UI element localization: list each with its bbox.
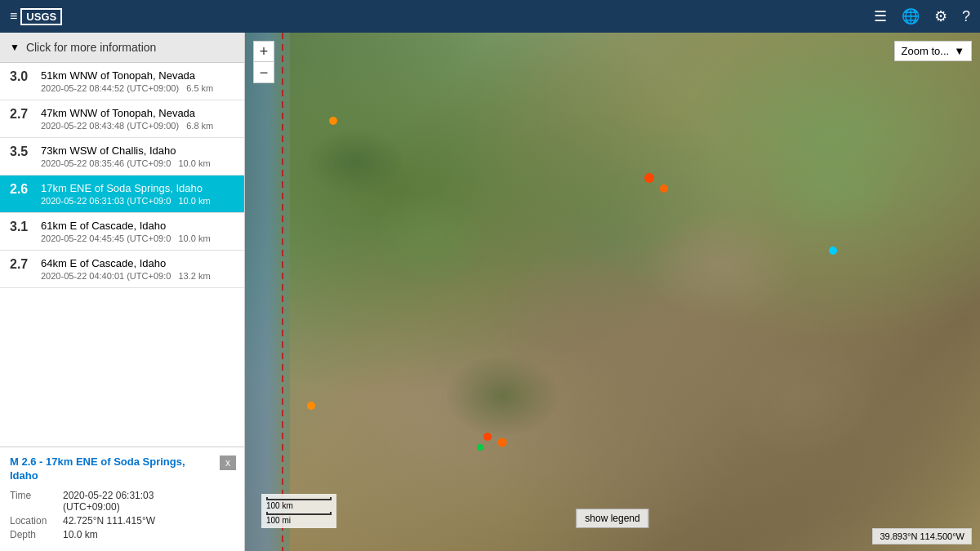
earthquake-info: 51km WNW of Tonopah, Nevada 2020-05-22 0…	[41, 69, 234, 93]
earthquake-magnitude: 2.6	[10, 182, 33, 197]
scale-line-mi	[266, 512, 332, 515]
earthquake-location: 17km ENE of Soda Springs, Idaho	[41, 182, 234, 194]
earthquake-magnitude: 3.0	[10, 69, 33, 84]
earthquake-magnitude: 3.5	[10, 144, 33, 159]
earthquake-info: 61km E of Cascade, Idaho 2020-05-22 04:4…	[41, 220, 234, 243]
header: ≡ USGS ☰ 🌐 ⚙ ?	[0, 0, 980, 33]
earthquake-info: 64km E of Cascade, Idaho 2020-05-22 04:4…	[41, 257, 234, 281]
earthquake-magnitude: 2.7	[10, 257, 33, 272]
earthquake-map-dot[interactable]	[829, 247, 837, 255]
earthquake-list-item[interactable]: 3.0 51km WNW of Tonopah, Nevada 2020-05-…	[0, 63, 244, 100]
earthquake-info: 47km WNW of Tonopah, Nevada 2020-05-22 0…	[41, 107, 234, 131]
depth-value: 10.0 km	[63, 529, 98, 540]
earthquake-list-item[interactable]: 2.7 47km WNW of Tonopah, Nevada 2020-05-…	[0, 100, 244, 138]
header-icons: ☰ 🌐 ⚙ ?	[874, 7, 970, 25]
earthquake-map-dot[interactable]	[477, 444, 483, 451]
time-label: Time	[10, 490, 55, 513]
earthquake-location: 61km E of Cascade, Idaho	[41, 220, 234, 232]
zoom-out-button[interactable]: −	[253, 62, 274, 83]
zoom-in-button[interactable]: +	[253, 41, 274, 62]
earthquake-info: 73km WSW of Challis, Idaho 2020-05-22 08…	[41, 144, 234, 168]
earthquake-list[interactable]: 3.0 51km WNW of Tonopah, Nevada 2020-05-…	[0, 63, 244, 447]
earthquake-details: 2020-05-22 04:40:01 (UTC+09:0 13.2 km	[41, 271, 234, 281]
earthquake-map-dot[interactable]	[660, 184, 668, 193]
earthquake-location: 73km WSW of Challis, Idaho	[41, 144, 234, 157]
earthquake-map-dot[interactable]	[644, 173, 654, 183]
zoom-dropdown[interactable]: Zoom to... ▼	[894, 41, 972, 61]
location-label: Location	[10, 515, 55, 527]
earthquake-details: 2020-05-22 04:45:45 (UTC+09:0 10.0 km	[41, 233, 234, 243]
earthquake-details: 2020-05-22 08:44:52 (UTC+09:00) 6.5 km	[41, 83, 234, 93]
earthquake-magnitude: 2.7	[10, 107, 33, 122]
info-time-row: Time 2020-05-22 06:31:03 (UTC+09:00)	[10, 490, 234, 513]
info-location-row: Location 42.725°N 111.415°W	[10, 515, 234, 527]
earthquake-info: 17km ENE of Soda Springs, Idaho 2020-05-…	[41, 182, 234, 206]
help-icon[interactable]: ?	[962, 8, 970, 25]
usgs-logo-text: USGS	[20, 8, 62, 25]
chevron-down-icon: ▼	[10, 42, 20, 53]
earthquake-list-item[interactable]: 3.5 73km WSW of Challis, Idaho 2020-05-2…	[0, 138, 244, 176]
time-value: 2020-05-22 06:31:03 (UTC+09:00)	[63, 490, 154, 513]
earthquake-map-dot[interactable]	[307, 402, 315, 410]
earthquake-list-item[interactable]: 2.6 17km ENE of Soda Springs, Idaho 2020…	[0, 176, 244, 213]
earthquake-map-dot[interactable]	[483, 433, 492, 441]
earthquake-details: 2020-05-22 06:31:03 (UTC+09:0 10.0 km	[41, 196, 234, 206]
sidebar-header-text: Click for more information	[26, 41, 157, 54]
location-value: 42.725°N 111.415°W	[63, 515, 155, 527]
list-icon[interactable]: ☰	[874, 7, 887, 25]
show-legend-button[interactable]: show legend	[576, 509, 648, 528]
scale-label-mi: 100 mi	[266, 516, 332, 525]
scale-line-km	[266, 497, 332, 500]
earthquake-map-dot[interactable]	[498, 438, 507, 447]
zoom-controls: + −	[253, 41, 274, 83]
sidebar: ▼ Click for more information 3.0 51km WN…	[0, 33, 245, 551]
info-panel-title-link[interactable]: M 2.6 - 17km ENE of Soda Springs, Idaho	[10, 455, 234, 483]
earthquake-location: 51km WNW of Tonopah, Nevada	[41, 69, 234, 82]
map-terrain	[245, 33, 980, 551]
usgs-menu-icon: ≡	[10, 9, 17, 24]
info-depth-row: Depth 10.0 km	[10, 529, 234, 540]
earthquake-map-dot[interactable]	[329, 117, 337, 125]
map[interactable]: + − Zoom to... ▼ 100 km 100 mi show lege…	[245, 33, 980, 551]
earthquake-location: 64km E of Cascade, Idaho	[41, 257, 234, 269]
zoom-dropdown-arrow: ▼	[954, 45, 964, 57]
earthquake-location: 47km WNW of Tonopah, Nevada	[41, 107, 234, 119]
sidebar-header[interactable]: ▼ Click for more information	[0, 33, 244, 63]
earthquake-list-item[interactable]: 3.1 61km E of Cascade, Idaho 2020-05-22 …	[0, 213, 244, 251]
main: ▼ Click for more information 3.0 51km WN…	[0, 33, 980, 551]
earthquake-list-item[interactable]: 2.7 64km E of Cascade, Idaho 2020-05-22 …	[0, 251, 244, 288]
usgs-logo[interactable]: ≡ USGS	[10, 8, 62, 25]
earthquake-details: 2020-05-22 08:43:48 (UTC+09:00) 6.8 km	[41, 121, 234, 131]
fault-line	[282, 33, 283, 551]
scale-bar: 100 km 100 mi	[261, 494, 336, 528]
earthquake-details: 2020-05-22 08:35:46 (UTC+09:0 10.0 km	[41, 158, 234, 168]
coordinates-display: 39.893°N 114.500°W	[872, 528, 972, 544]
zoom-dropdown-label: Zoom to...	[902, 45, 950, 57]
globe-icon[interactable]: 🌐	[902, 7, 920, 25]
gear-icon[interactable]: ⚙	[934, 7, 947, 25]
depth-label: Depth	[10, 529, 55, 540]
info-panel: x M 2.6 - 17km ENE of Soda Springs, Idah…	[0, 447, 244, 551]
earthquake-magnitude: 3.1	[10, 220, 33, 234]
info-panel-close-button[interactable]: x	[220, 455, 236, 470]
header-left: ≡ USGS	[10, 8, 62, 25]
scale-label-km: 100 km	[266, 501, 332, 510]
